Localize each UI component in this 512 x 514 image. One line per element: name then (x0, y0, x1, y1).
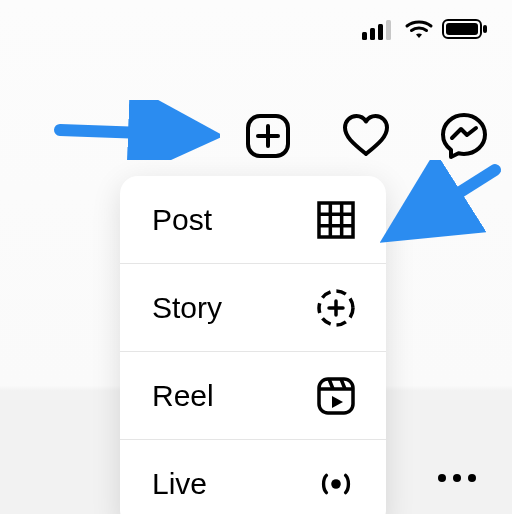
status-bar (362, 18, 488, 40)
live-broadcast-icon (314, 462, 358, 506)
svg-rect-18 (319, 379, 353, 413)
svg-rect-1 (370, 28, 375, 40)
create-button[interactable] (240, 110, 296, 166)
dot (468, 474, 476, 482)
menu-item-label: Story (152, 291, 222, 325)
messenger-button[interactable] (436, 110, 492, 166)
menu-item-label: Post (152, 203, 212, 237)
more-options-button[interactable] (438, 474, 476, 482)
wifi-icon (404, 18, 434, 40)
svg-line-24 (400, 170, 495, 230)
svg-rect-0 (362, 32, 367, 40)
menu-item-reel[interactable]: Reel (120, 352, 386, 440)
dot (438, 474, 446, 482)
svg-rect-3 (386, 20, 391, 40)
dashed-plus-icon (314, 286, 358, 330)
battery-icon (442, 18, 488, 40)
menu-item-story[interactable]: Story (120, 264, 386, 352)
menu-item-label: Live (152, 467, 207, 501)
annotation-arrow-left (50, 100, 220, 160)
reel-icon (314, 374, 358, 418)
svg-rect-5 (446, 23, 478, 35)
heart-icon (341, 113, 391, 163)
svg-rect-10 (319, 203, 353, 237)
svg-rect-6 (483, 25, 487, 33)
cellular-bars-icon (362, 18, 396, 40)
menu-item-live[interactable]: Live (120, 440, 386, 514)
svg-rect-2 (378, 24, 383, 40)
create-plus-icon (245, 113, 291, 163)
annotation-arrow-right (380, 160, 510, 260)
activity-button[interactable] (338, 110, 394, 166)
menu-item-label: Reel (152, 379, 214, 413)
messenger-icon (439, 111, 489, 165)
menu-item-post[interactable]: Post (120, 176, 386, 264)
dot (453, 474, 461, 482)
grid-icon (314, 198, 358, 242)
top-action-bar (240, 110, 492, 166)
svg-line-23 (60, 130, 200, 135)
svg-point-22 (331, 479, 341, 489)
create-menu: Post Story Reel (120, 176, 386, 514)
